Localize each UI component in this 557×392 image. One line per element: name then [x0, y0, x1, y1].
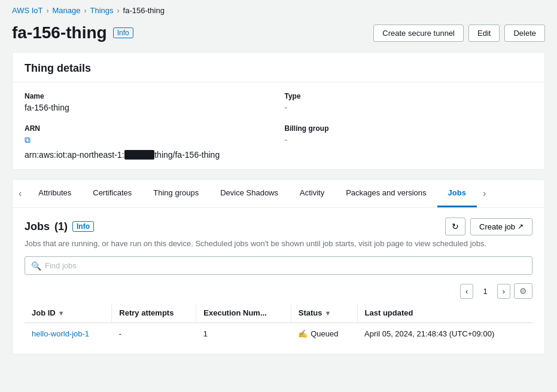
table-controls: ‹ 1 › ⚙ — [25, 283, 532, 299]
name-value: fa-156-thing — [25, 103, 273, 112]
detail-name: Name fa-156-thing — [25, 92, 273, 112]
card-header: Thing details — [13, 53, 544, 82]
tab-activity[interactable]: Activity — [289, 180, 335, 207]
col-status-label: Status — [299, 308, 322, 317]
create-tunnel-button[interactable]: Create secure tunnel — [373, 24, 464, 42]
jobs-section: Jobs (1) Info ↻ Create job ↗ Jobs that a… — [13, 208, 544, 354]
tab-attributes[interactable]: Attributes — [28, 180, 82, 207]
arn-prefix: arn:aws:iot:ap-northeast-1: — [25, 150, 124, 160]
thing-details-card: Thing details Name fa-156-thing ARN ⧉ ar… — [12, 52, 545, 170]
tab-prev-arrow[interactable]: ‹ — [13, 181, 28, 206]
edit-button[interactable]: Edit — [468, 24, 500, 42]
name-label: Name — [25, 92, 273, 100]
jobs-header: Jobs (1) Info ↻ Create job ↗ — [25, 218, 532, 235]
tabs-nav: ‹ Attributes Certificates Thing groups D… — [13, 180, 544, 208]
tab-packages-versions[interactable]: Packages and versions — [335, 180, 437, 207]
tab-certificates[interactable]: Certificates — [82, 180, 142, 207]
copy-icon[interactable]: ⧉ — [25, 135, 31, 145]
breadcrumb-manage[interactable]: Manage — [53, 6, 81, 15]
cell-retry-attempts: - — [112, 323, 196, 344]
table-row: hello-world-job-1 - 1 ✍ Queued April 05,… — [25, 323, 532, 344]
jobs-title-group: Jobs (1) Info — [25, 220, 94, 233]
table-header-row: Job ID ▼ Retry attempts Execution Num... — [25, 304, 532, 323]
next-page-button[interactable]: › — [497, 284, 510, 299]
col-exec-label: Execution Num... — [203, 308, 266, 317]
page-title: fa-156-thing — [12, 23, 107, 42]
status-queued-icon: ✍ — [298, 329, 308, 338]
breadcrumb-aws-iot[interactable]: AWS IoT — [12, 6, 43, 15]
jobs-count: (1) — [54, 220, 68, 233]
col-job-id-label: Job ID — [32, 308, 56, 317]
type-value: - — [285, 103, 533, 112]
cell-job-id: hello-world-job-1 — [25, 323, 112, 344]
job-id-link[interactable]: hello-world-job-1 — [32, 329, 89, 338]
breadcrumb: AWS IoT › Manage › Things › fa-156-thing — [0, 0, 557, 19]
col-retry-attempts: Retry attempts — [112, 304, 196, 323]
jobs-description: Jobs that are running, or have run on th… — [25, 239, 532, 248]
refresh-button[interactable]: ↻ — [445, 218, 465, 235]
billing-group-label: Billing group — [285, 124, 533, 133]
tab-device-shadows[interactable]: Device Shadows — [209, 180, 289, 207]
details-right-col: Type - Billing group - — [285, 92, 533, 160]
header-actions: Create secure tunnel Edit Delete — [373, 24, 545, 42]
search-input[interactable] — [45, 257, 526, 274]
jobs-info-badge[interactable]: Info — [72, 221, 94, 232]
details-grid: Name fa-156-thing ARN ⧉ arn:aws:iot:ap-n… — [25, 92, 532, 160]
cell-status: ✍ Queued — [291, 323, 357, 344]
delete-button[interactable]: Delete — [504, 24, 545, 42]
breadcrumb-things[interactable]: Things — [90, 6, 114, 15]
status-value: Queued — [311, 329, 338, 338]
card-title: Thing details — [25, 62, 91, 74]
create-job-label: Create job — [479, 222, 515, 231]
arn-row: ⧉ — [25, 135, 273, 146]
page-number: 1 — [477, 284, 493, 298]
arn-redacted — [124, 150, 155, 160]
jobs-actions: ↻ Create job ↗ — [445, 218, 532, 235]
tab-thing-groups[interactable]: Thing groups — [142, 180, 209, 207]
arn-label: ARN — [25, 124, 273, 133]
breadcrumb-sep-1: › — [47, 7, 49, 15]
page-header-left: fa-156-thing Info — [12, 23, 133, 42]
breadcrumb-sep-3: › — [117, 7, 120, 15]
create-job-button[interactable]: Create job ↗ — [470, 218, 532, 235]
arn-value: arn:aws:iot:ap-northeast-1: thing/fa-156… — [25, 150, 273, 160]
breadcrumb-sep-2: › — [84, 7, 87, 15]
breadcrumb-current: fa-156-thing — [123, 6, 165, 15]
detail-billing-group: Billing group - — [285, 124, 533, 145]
tab-next-arrow[interactable]: › — [477, 181, 492, 206]
col-status: Status ▼ — [291, 304, 357, 323]
prev-page-button[interactable]: ‹ — [460, 284, 473, 299]
table-body: hello-world-job-1 - 1 ✍ Queued April 05,… — [25, 323, 532, 344]
type-label: Type — [285, 92, 533, 100]
card-body: Name fa-156-thing ARN ⧉ arn:aws:iot:ap-n… — [13, 82, 544, 169]
tabs-jobs-card: ‹ Attributes Certificates Thing groups D… — [12, 179, 545, 354]
col-last-updated: Last updated — [357, 304, 532, 323]
status-queued: ✍ Queued — [298, 329, 350, 338]
jobs-title-text: Jobs — [25, 220, 50, 233]
external-link-icon: ↗ — [518, 222, 523, 231]
jobs-table: Job ID ▼ Retry attempts Execution Num... — [25, 304, 532, 344]
cell-execution-num: 1 — [196, 323, 291, 344]
details-left-col: Name fa-156-thing ARN ⧉ arn:aws:iot:ap-n… — [25, 92, 273, 160]
col-job-id: Job ID ▼ — [25, 304, 112, 323]
settings-button[interactable]: ⚙ — [514, 283, 532, 299]
detail-arn: ARN ⧉ arn:aws:iot:ap-northeast-1: thing/… — [25, 124, 273, 160]
info-badge[interactable]: Info — [113, 27, 133, 38]
col-retry-label: Retry attempts — [119, 308, 174, 317]
col-execution-num: Execution Num... — [196, 304, 291, 323]
search-bar: 🔍 — [25, 256, 532, 275]
sort-status-icon[interactable]: ▼ — [324, 310, 331, 317]
arn-suffix: thing/fa-156-thing — [154, 150, 220, 160]
cell-last-updated: April 05, 2024, 21:48:43 (UTC+09:00) — [357, 323, 532, 344]
page-header: fa-156-thing Info Create secure tunnel E… — [0, 19, 557, 52]
detail-type: Type - — [285, 92, 533, 112]
billing-group-value: - — [285, 135, 533, 145]
col-last-updated-label: Last updated — [365, 308, 413, 317]
sort-job-id-icon[interactable]: ▼ — [58, 310, 65, 317]
table-header: Job ID ▼ Retry attempts Execution Num... — [25, 304, 532, 323]
search-icon: 🔍 — [31, 261, 41, 271]
tab-jobs[interactable]: Jobs — [437, 180, 477, 207]
